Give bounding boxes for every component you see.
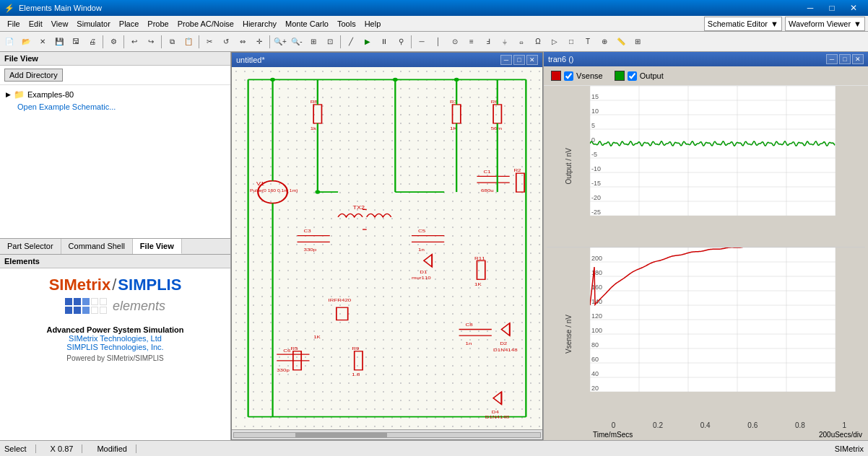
menu-place[interactable]: Place [115,18,144,30]
schematic-minimize-btn[interactable]: ─ [500,55,512,65]
save-button[interactable]: 💾 [51,34,67,50]
toolbar-sep3 [161,35,162,48]
scrollbar-track-h[interactable] [233,432,541,438]
open-button[interactable]: 📂 [18,34,34,50]
vcc-button[interactable]: ⏛ [513,34,529,50]
wire-v-button[interactable]: │ [430,34,446,50]
tab-file-view-label: File View [140,242,174,250]
save-all-button[interactable]: 🖫 [68,34,84,50]
paste-button[interactable]: 📋 [181,34,196,50]
waveform-minimize-btn[interactable]: ─ [826,54,838,64]
ground-button[interactable]: ⏚ [497,34,513,50]
run-button[interactable]: ▶ [360,34,376,50]
menu-tools[interactable]: Tools [333,18,360,30]
svg-text:V1: V1 [256,181,265,187]
svg-text:1K: 1K [313,335,321,339]
schematic-editor-dropdown[interactable]: Schematic Editor ▼ [704,17,782,31]
zoom-select-button[interactable]: ⊡ [322,34,338,50]
add-directory-button[interactable]: Add Directory [4,69,63,82]
symbol-button[interactable]: Ω [530,34,546,50]
waveform-viewer-dropdown[interactable]: Waveform Viewer ▼ [785,17,865,31]
menu-file[interactable]: File [3,18,25,30]
brand-logo: SIMetrix / SIMPLIS [49,276,182,294]
toolbar-right: Schematic Editor ▼ Waveform Viewer ▼ [704,17,865,31]
tab-part-selector[interactable]: Part Selector [0,239,61,254]
tab-command-shell[interactable]: Command Shell [61,239,133,254]
elements-logo: SIMetrix / SIMPLIS [0,268,230,321]
zoom-fit-button[interactable]: ⊞ [305,34,321,50]
toolbar: 📄 📂 ✕ 💾 🖫 🖨 ⚙ ↩ ↪ ⧉ 📋 ✂ ↺ ⇔ ✛ 🔍+ 🔍- ⊞ ⊡ … [0,32,868,52]
probe2-button[interactable]: ⊕ [596,34,612,50]
copy-button[interactable]: ⧉ [164,34,180,50]
scrollbar-thumb-h[interactable] [295,433,387,437]
elements-section: Elements SIMetrix / SIMPLIS [0,255,230,441]
move-button[interactable]: ✛ [251,34,267,50]
menu-probe-acnoise[interactable]: Probe AC/Noise [173,18,238,30]
rotate-button[interactable]: ↺ [218,34,234,50]
menu-help[interactable]: Help [360,18,386,30]
print-button[interactable]: 🖨 [84,34,100,50]
menu-hierarchy[interactable]: Hierarchy [238,18,281,30]
zoom-in-button[interactable]: 🔍+ [272,34,288,50]
x-axis-info: Time/mSecs 200uSecs/div [547,429,865,440]
menu-simulator[interactable]: Simulator [72,18,114,30]
wire-h-button[interactable]: ─ [414,34,430,50]
waveform-maximize-btn[interactable]: □ [839,54,851,64]
text-button[interactable]: T [580,34,596,50]
dot1 [65,298,72,305]
output-checkbox[interactable] [628,71,637,81]
close-button[interactable]: ✕ [843,1,864,14]
x-axis-labels: 0 0.2 0.4 0.6 0.8 1 [547,421,865,429]
status-modified: Modified [97,444,136,453]
wire-button[interactable]: ╱ [343,34,359,50]
brand-slash: / [112,276,116,294]
app-title: Elements Main Window [19,4,102,12]
pause-button[interactable]: ⏸ [376,34,392,50]
link-simplis[interactable]: SIMPLIS Technologies, Inc. [7,343,223,351]
schematic-close-btn[interactable]: ✕ [526,55,538,65]
settings-button[interactable]: ⚙ [105,34,121,50]
extra-button[interactable]: ⊞ [630,34,646,50]
svg-text:R9: R9 [352,346,359,351]
x-tick-labels: 0 0.2 0.4 0.6 0.8 1 [593,421,865,429]
label-button[interactable]: Ⅎ [480,34,496,50]
new-button[interactable]: 📄 [1,34,17,50]
junction-button[interactable]: ⊙ [447,34,463,50]
cut-button[interactable]: ✂ [201,34,217,50]
vsense-checkbox[interactable] [564,71,573,81]
menu-view[interactable]: View [47,18,73,30]
maximize-button[interactable]: □ [822,1,842,14]
redo-button[interactable]: ↪ [143,34,159,50]
zoom-out-button[interactable]: 🔍- [289,34,305,50]
tab-command-shell-label: Command Shell [69,242,125,250]
menu-edit[interactable]: Edit [25,18,47,30]
statusbar: Select X 0.87 Modified SIMetrix [0,440,868,456]
waveform-close-btn[interactable]: ✕ [852,54,864,64]
x-axis-time-label: Time/mSecs [593,431,633,439]
schematic-canvas[interactable]: V1 Pulse(0 160 0.1m 1m) R8 1k C3 330p TX… [232,67,542,429]
schematic-scrollbar-h[interactable] [232,429,542,439]
bus-button[interactable]: ≡ [464,34,479,50]
dot4 [91,298,98,305]
svg-rect-37 [516,173,524,192]
undo-button[interactable]: ↩ [126,34,142,50]
menu-probe[interactable]: Probe [143,18,173,30]
measure-button[interactable]: 📏 [613,34,629,50]
tree-folder-item[interactable]: ▶ 📁 Examples-80 [3,88,227,101]
minimize-button[interactable]: ─ [800,1,820,14]
menu-monte-carlo[interactable]: Monte Carlo [281,18,333,30]
link-simetrix[interactable]: SIMetrix Technologies, Ltd [7,334,223,343]
brand-dots [65,298,107,314]
close-doc-button[interactable]: ✕ [35,34,51,50]
mirror-button[interactable]: ⇔ [235,34,251,50]
waveform-title: tran6 () [548,55,573,63]
tab-part-selector-label: Part Selector [7,242,53,250]
svg-text:C5: C5 [418,229,425,233]
tab-file-view[interactable]: File View [133,239,182,254]
port-button[interactable]: ▷ [547,34,563,50]
probe-button[interactable]: ⚲ [393,34,409,50]
svg-marker-60 [493,392,501,404]
schematic-maximize-btn[interactable]: □ [513,55,525,65]
open-example-link[interactable]: Open Example Schematic... [3,101,227,113]
box-button[interactable]: □ [563,34,579,50]
